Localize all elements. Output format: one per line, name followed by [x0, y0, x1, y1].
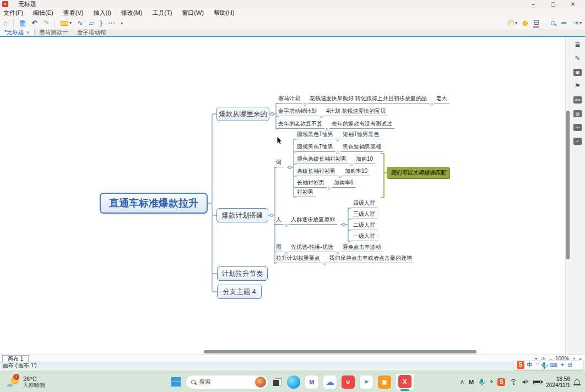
topic-node[interactable]: 避免点击率波动: [340, 243, 383, 252]
cloud-app-icon[interactable]: ☁: [323, 375, 337, 389]
horizontal-scrollbar[interactable]: [0, 350, 565, 354]
topic-node[interactable]: 老大: [434, 95, 449, 104]
outline-icon[interactable]: ≣: [575, 41, 580, 48]
topic-node[interactable]: 去年的老款算不算: [276, 120, 324, 129]
presentation-icon[interactable]: ⊡▾: [508, 19, 517, 27]
topic-where-hits-come-from[interactable]: 爆款从哪里来的: [216, 107, 269, 121]
sogou-logo-icon[interactable]: S: [517, 361, 524, 369]
collapse-dot[interactable]: [328, 187, 331, 190]
menu-file[interactable]: 文件(F): [3, 9, 23, 17]
topic-node-image[interactable]: 图: [274, 243, 284, 252]
topic-node[interactable]: 条纹长袖衬衫男: [295, 167, 338, 176]
start-button[interactable]: [171, 377, 181, 386]
mindmap-canvas[interactable]: 直通车标准爆款拉升 爆款从哪里来的 爆款计划搭建 计划拉升节奏 分支主题 4 赛…: [0, 37, 565, 355]
taskbar-search[interactable]: 搜索: [186, 375, 268, 389]
save-icon[interactable]: ▦: [19, 19, 26, 27]
topic-node[interactable]: 加购率6: [332, 179, 356, 188]
share-icon[interactable]: ➦: [561, 19, 567, 27]
central-topic[interactable]: 直通车标准爆款拉升: [100, 193, 208, 214]
tray-clock[interactable]: 18:56 2024/11/1: [546, 376, 570, 388]
collapse-dot[interactable]: [323, 263, 326, 265]
notes-icon[interactable]: ▤: [573, 110, 582, 117]
notes-view-icon[interactable]: ⊟: [533, 19, 539, 28]
sogou-keyboard-icon[interactable]: ⌨: [549, 361, 557, 369]
tray-ime-icon[interactable]: M: [469, 379, 474, 385]
menu-tools[interactable]: 工具(T): [152, 9, 172, 17]
topic-node[interactable]: 黑色短袖男圆领: [340, 143, 383, 152]
edge-icon[interactable]: [287, 375, 300, 389]
topic-node[interactable]: 加购率10: [343, 167, 370, 176]
topic-node[interactable]: 我们保持点击率或者点击量的递增: [327, 254, 414, 263]
topic-plan-building[interactable]: 爆款计划搭建: [216, 208, 268, 222]
summary-callout[interactable]: 我们可以大词精准匹配: [387, 167, 449, 178]
menu-view[interactable]: 查看(V): [63, 9, 84, 17]
sogou-tray-icon[interactable]: S: [497, 378, 505, 386]
menu-edit[interactable]: 编辑(E): [33, 9, 53, 17]
topic-node[interactable]: 圆领黑色T恤男: [295, 143, 335, 152]
minimize-button[interactable]: –: [523, 1, 543, 8]
search-daily-image[interactable]: [255, 377, 266, 388]
image-icon[interactable]: ▣: [573, 69, 582, 76]
sogou-voice-icon[interactable]: [543, 362, 545, 367]
topic-node[interactable]: 人群逐步放量原则: [289, 216, 337, 225]
relationship-icon[interactable]: ∿: [77, 19, 83, 27]
topic-node[interactable]: 金字塔动销计划: [276, 107, 319, 116]
comment-icon[interactable]: ⋯: [573, 124, 582, 131]
redo-icon[interactable]: ↷: [43, 19, 49, 27]
topic-node[interactable]: 长袖衬衫男: [295, 179, 327, 188]
topic-branch-4[interactable]: 分支主题 4: [217, 285, 262, 299]
xmind-taskbar-item[interactable]: X: [396, 374, 414, 390]
topic-node[interactable]: 加购10: [354, 155, 375, 164]
topic-node[interactable]: 赛马计划: [276, 95, 302, 104]
pointer-app-icon[interactable]: ➤: [360, 375, 373, 389]
topic-node[interactable]: 撞色条纹长袖衬衫男: [295, 155, 349, 164]
export-icon[interactable]: ⇥▾: [572, 19, 582, 27]
menu-modify[interactable]: 修改(M): [121, 9, 143, 17]
marker-flag-icon[interactable]: ⚑: [575, 83, 581, 90]
horizontal-scrollbar-thumb[interactable]: [204, 350, 476, 353]
format-brush-icon[interactable]: ✎: [575, 55, 580, 62]
microphone-icon[interactable]: [480, 379, 483, 383]
collapse-dot[interactable]: [304, 103, 306, 106]
collapse-dot[interactable]: [350, 164, 353, 166]
topic-node[interactable]: 二级人群: [351, 221, 377, 230]
menu-help[interactable]: 帮助(H): [214, 9, 234, 17]
collapse-dot[interactable]: [430, 103, 433, 106]
battery-icon[interactable]: [533, 380, 541, 384]
tray-overflow-chevron[interactable]: ∧: [460, 378, 464, 385]
tab-untitled[interactable]: *无标题 ✕: [0, 29, 35, 36]
boundary-icon[interactable]: ▱: [89, 19, 94, 27]
label-icon[interactable]: Aa: [573, 96, 582, 104]
weather-widget[interactable]: ☁ 1 26°C 大部晴朗: [0, 375, 45, 389]
topic-node[interactable]: 短袖T恤男黑色: [340, 130, 381, 139]
sogou-skin-icon[interactable]: ✦: [560, 361, 565, 369]
style-icon[interactable]: ▾: [61, 19, 72, 27]
lightbulb-icon[interactable]: [523, 21, 528, 26]
volume-muted-icon[interactable]: ◀✕: [522, 379, 529, 384]
close-button[interactable]: ✕: [563, 1, 583, 8]
xmind-icon[interactable]: X: [398, 375, 411, 388]
more-tools-icon[interactable]: ⋯: [108, 19, 115, 27]
topic-node[interactable]: 先优选-轮播-优选: [289, 243, 335, 252]
topic-node[interactable]: 4计划 花钱速度快的宝贝: [324, 107, 388, 116]
snip-tool-icon[interactable]: ⌖: [490, 378, 493, 385]
sogou-toolbox-icon[interactable]: ⊞: [567, 361, 572, 369]
topic-node[interactable]: 三级人群: [351, 210, 377, 219]
tab-close-icon[interactable]: ✕: [26, 30, 30, 35]
restore-button[interactable]: ▢: [543, 1, 563, 8]
undo-icon[interactable]: ↶: [31, 19, 37, 27]
topic-node[interactable]: 圆领黑色T恤男: [295, 130, 335, 139]
vertical-scrollbar[interactable]: [565, 37, 570, 355]
topic-node[interactable]: 拉升计划权重要点: [274, 254, 322, 263]
sheet-tab-canvas1[interactable]: 画布 1: [2, 355, 29, 362]
sogou-mode-chinese[interactable]: 中: [527, 361, 533, 369]
red-app-icon[interactable]: ∪: [342, 375, 355, 389]
more-tools-caret[interactable]: ▾: [121, 21, 123, 26]
tab-jinzita[interactable]: 金字塔动销: [73, 29, 111, 36]
task-view-icon[interactable]: [273, 378, 282, 386]
menu-insert[interactable]: 插入(I): [93, 9, 111, 17]
task-icon[interactable]: ✓: [573, 138, 582, 145]
camera-app-icon[interactable]: ▣: [378, 375, 391, 389]
topic-node[interactable]: 去年的爆款有没有测试过: [329, 120, 394, 129]
topic-node[interactable]: 花钱速度快加购好 转化跟得上并且初步放量的品: [307, 95, 429, 104]
